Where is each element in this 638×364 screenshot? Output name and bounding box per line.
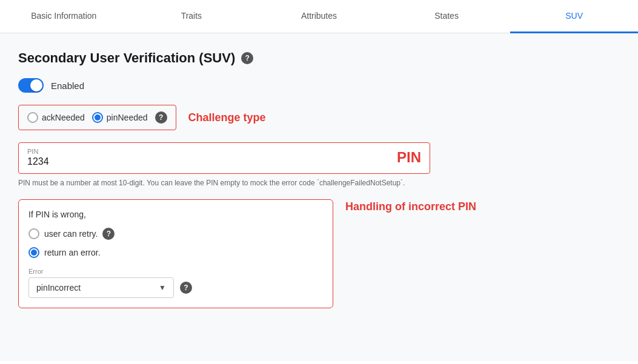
incorrect-pin-container: If PIN is wrong, user can retry. ? retur…: [18, 199, 620, 308]
challenge-type-label: Challenge type: [188, 111, 266, 124]
tab-bar: Basic Information Traits Attributes Stat…: [0, 0, 638, 33]
error-radio[interactable]: [28, 247, 39, 258]
radio-ack-needed[interactable]: ackNeeded: [27, 112, 85, 123]
enabled-label: Enabled: [51, 81, 84, 91]
pin-field-wrapper: PIN 1234 PIN: [18, 142, 430, 174]
pin-value[interactable]: 1234: [27, 156, 385, 167]
challenge-type-container: ackNeeded pinNeeded ? Challenge type: [18, 105, 620, 130]
section-help-icon[interactable]: ?: [241, 52, 253, 64]
error-dropdown-label: Error: [28, 268, 323, 275]
main-content: Secondary User Verification (SUV) ? Enab…: [0, 33, 638, 361]
error-radio-dot: [31, 250, 37, 256]
error-label: return an error.: [44, 248, 101, 257]
error-dropdown-section: Error pinIncorrect ▼ ?: [28, 268, 323, 298]
section-title-text: Secondary User Verification (SUV): [18, 50, 235, 66]
handling-label: Handling of incorrect PIN: [345, 199, 476, 214]
incorrect-pin-box: If PIN is wrong, user can retry. ? retur…: [18, 199, 333, 308]
tab-states[interactable]: States: [383, 0, 511, 33]
radio-pin-needed-label: pinNeeded: [107, 113, 148, 122]
radio-pin-needed-circle: [92, 112, 103, 123]
error-dropdown-help-icon[interactable]: ?: [180, 282, 192, 294]
tab-traits[interactable]: Traits: [128, 0, 256, 33]
error-dropdown-value: pinIncorrect: [36, 283, 81, 293]
retry-option: user can retry. ?: [28, 228, 323, 240]
tab-suv[interactable]: SUV: [510, 0, 638, 33]
retry-label: user can retry.: [44, 229, 98, 239]
tab-attributes[interactable]: Attributes: [255, 0, 383, 33]
radio-pin-needed-dot: [95, 114, 101, 121]
error-dropdown-wrapper: pinIncorrect ▼ ?: [28, 277, 323, 298]
pin-hint: PIN must be a number at most 10-digit. Y…: [18, 179, 620, 187]
radio-ack-needed-circle: [27, 112, 38, 123]
enabled-toggle[interactable]: [18, 78, 44, 93]
incorrect-pin-title: If PIN is wrong,: [28, 210, 323, 219]
dropdown-arrow-icon: ▼: [159, 283, 166, 292]
challenge-type-help-icon[interactable]: ?: [155, 111, 167, 124]
incorrect-pin-options: user can retry. ? return an error.: [28, 228, 323, 258]
error-dropdown[interactable]: pinIncorrect ▼: [28, 277, 174, 298]
challenge-type-radio-box: ackNeeded pinNeeded ?: [18, 105, 176, 130]
pin-field-inner: PIN 1234: [27, 148, 385, 167]
pin-big-label: PIN: [397, 149, 421, 166]
pin-field-label: PIN: [27, 148, 385, 155]
radio-pin-needed[interactable]: pinNeeded: [92, 112, 148, 123]
pin-section: PIN 1234 PIN PIN must be a number at mos…: [18, 142, 620, 187]
retry-radio[interactable]: [28, 228, 39, 239]
retry-help-icon[interactable]: ?: [102, 228, 115, 240]
enabled-toggle-row: Enabled: [18, 78, 620, 93]
error-option: return an error.: [28, 247, 323, 258]
radio-ack-needed-label: ackNeeded: [42, 113, 85, 122]
tab-basic-information[interactable]: Basic Information: [0, 0, 128, 33]
section-title: Secondary User Verification (SUV) ?: [18, 50, 620, 66]
